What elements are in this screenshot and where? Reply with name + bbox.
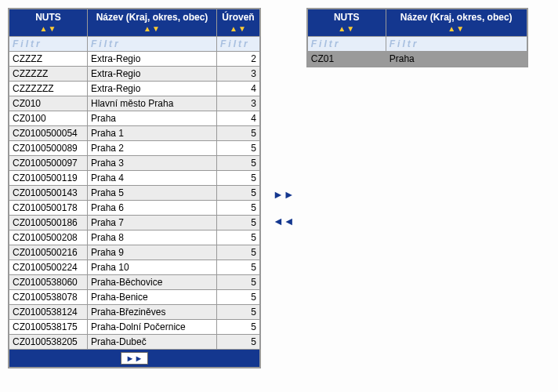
col-header-nuts-label: NUTS	[334, 12, 360, 23]
cell-level: 4	[217, 82, 260, 96]
cell-nuts: CZ010	[9, 96, 88, 111]
cell-nuts: CZ0100538124	[9, 305, 88, 320]
sort-asc-icon[interactable]: ▲	[143, 24, 152, 33]
cell-nuts: CZZZZ	[9, 52, 88, 67]
sort-asc-icon[interactable]: ▲	[447, 24, 456, 33]
cell-nuts: CZ0100500143	[9, 186, 88, 201]
cell-name: Praha 5	[88, 186, 217, 201]
sort-asc-icon[interactable]: ▲	[230, 24, 238, 33]
cell-nuts: CZ0100500208	[9, 230, 88, 245]
cell-level: 5	[217, 230, 260, 245]
cell-name: Praha 4	[88, 171, 217, 186]
sort-desc-icon[interactable]: ▼	[152, 24, 161, 33]
transfer-controls: ►► ◄◄	[273, 188, 295, 227]
cell-level: 5	[217, 305, 260, 320]
cell-nuts: CZ0100538078	[9, 290, 88, 305]
table-row[interactable]: CZ0100538124Praha-Březiněves5	[9, 305, 260, 320]
cell-name: Praha 1	[88, 126, 217, 141]
cell-nuts: CZ0100538060	[9, 275, 88, 290]
table-row[interactable]: CZZZZExtra-Regio2	[9, 52, 260, 67]
move-right-button[interactable]: ►►	[273, 188, 295, 201]
table-row[interactable]: CZ0100538205Praha-Dubeč5	[9, 335, 260, 350]
cell-level: 5	[217, 201, 260, 216]
cell-nuts: CZ0100500054	[9, 126, 88, 141]
col-header-level[interactable]: Úroveň ▲▼	[217, 9, 260, 37]
table-row[interactable]: CZ01Praha	[307, 52, 527, 67]
cell-nuts: CZ0100500089	[9, 141, 88, 156]
table-row[interactable]: CZZZZZExtra-Regio3	[9, 67, 260, 82]
filter-level[interactable]: Filtr	[217, 37, 260, 52]
sort-desc-icon[interactable]: ▼	[456, 24, 465, 33]
col-header-name-label: Název (Kraj, okres, obec)	[400, 12, 513, 23]
cell-level: 2	[217, 52, 260, 67]
cell-nuts: CZ0100538175	[9, 320, 88, 335]
cell-name: Praha-Březiněves	[88, 305, 217, 320]
sort-desc-icon[interactable]: ▼	[238, 24, 247, 33]
col-header-name[interactable]: Název (Kraj, okres, obec) ▲▼	[88, 9, 217, 37]
cell-level: 3	[217, 96, 260, 111]
cell-name: Extra-Regio	[88, 67, 217, 82]
cell-name: Praha 9	[88, 245, 217, 260]
col-header-nuts-label: NUTS	[35, 12, 61, 23]
cell-nuts: CZ01	[307, 52, 386, 67]
cell-level: 4	[217, 111, 260, 126]
table-row[interactable]: CZ0100538060Praha-Běchovice5	[9, 275, 260, 290]
cell-name: Praha 8	[88, 230, 217, 245]
cell-name: Praha 10	[88, 260, 217, 275]
filter-nuts[interactable]: Filtr	[9, 37, 88, 52]
table-row[interactable]: CZ0100538078Praha-Benice5	[9, 290, 260, 305]
cell-level: 5	[217, 126, 260, 141]
col-header-name[interactable]: Název (Kraj, okres, obec) ▲▼	[386, 9, 527, 37]
col-header-nuts[interactable]: NUTS ▲▼	[9, 9, 88, 37]
cell-nuts: CZ0100500097	[9, 156, 88, 171]
cell-nuts: CZ0100500178	[9, 201, 88, 216]
col-header-name-label: Název (Kraj, okres, obec)	[96, 12, 208, 23]
cell-level: 5	[217, 186, 260, 201]
filter-name[interactable]: Filtr	[88, 37, 217, 52]
sort-desc-icon[interactable]: ▼	[346, 24, 355, 33]
cell-level: 5	[217, 275, 260, 290]
move-left-button[interactable]: ◄◄	[273, 215, 295, 227]
table-row[interactable]: CZ0100500089Praha 25	[9, 141, 260, 156]
table-row[interactable]: CZ0100500054Praha 15	[9, 126, 260, 141]
cell-name: Praha	[386, 52, 527, 67]
table-row[interactable]: CZ0100500216Praha 95	[9, 245, 260, 260]
cell-name: Praha-Dolní Počernice	[88, 320, 217, 335]
table-row[interactable]: CZ0100Praha4	[9, 111, 260, 126]
cell-nuts: CZ0100500224	[9, 260, 88, 275]
col-header-level-label: Úroveň	[222, 12, 254, 23]
cell-level: 5	[217, 260, 260, 275]
cell-nuts: CZ0100538205	[9, 335, 88, 350]
cell-level: 5	[217, 171, 260, 186]
cell-level: 5	[217, 156, 260, 171]
table-row[interactable]: CZ0100500186Praha 75	[9, 216, 260, 230]
cell-name: Praha-Běchovice	[88, 275, 217, 290]
table-row[interactable]: CZ0100500143Praha 55	[9, 186, 260, 201]
selected-table: NUTS ▲▼ Název (Kraj, okres, obec) ▲▼ Fil…	[306, 8, 528, 67]
table-row[interactable]: CZ0100538175Praha-Dolní Počernice5	[9, 320, 260, 335]
table-row[interactable]: CZ010Hlavní město Praha3	[9, 96, 260, 111]
sort-asc-icon[interactable]: ▲	[40, 24, 49, 33]
cell-nuts: CZ0100500119	[9, 171, 88, 186]
table-row[interactable]: CZ0100500224Praha 105	[9, 260, 260, 275]
cell-nuts: CZ0100500216	[9, 245, 88, 260]
table-row[interactable]: CZ0100500208Praha 85	[9, 230, 260, 245]
table-row[interactable]: CZZZZZZExtra-Regio4	[9, 82, 260, 96]
table-row[interactable]: CZ0100500119Praha 45	[9, 171, 260, 186]
next-page-button[interactable]: ►►	[121, 352, 149, 365]
sort-desc-icon[interactable]: ▼	[49, 24, 57, 33]
cell-name: Praha	[88, 111, 217, 126]
cell-name: Praha 2	[88, 141, 217, 156]
cell-level: 5	[217, 245, 260, 260]
cell-nuts: CZ0100	[9, 111, 88, 126]
cell-name: Praha-Dubeč	[88, 335, 217, 350]
filter-nuts[interactable]: Filtr	[307, 37, 386, 52]
table-row[interactable]: CZ0100500178Praha 65	[9, 201, 260, 216]
cell-level: 5	[217, 141, 260, 156]
sort-asc-icon[interactable]: ▲	[338, 24, 346, 33]
table-row[interactable]: CZ0100500097Praha 35	[9, 156, 260, 171]
cell-nuts: CZ0100500186	[9, 216, 88, 230]
cell-name: Extra-Regio	[88, 52, 217, 67]
col-header-nuts[interactable]: NUTS ▲▼	[307, 9, 386, 37]
filter-name[interactable]: Filtr	[386, 37, 527, 52]
